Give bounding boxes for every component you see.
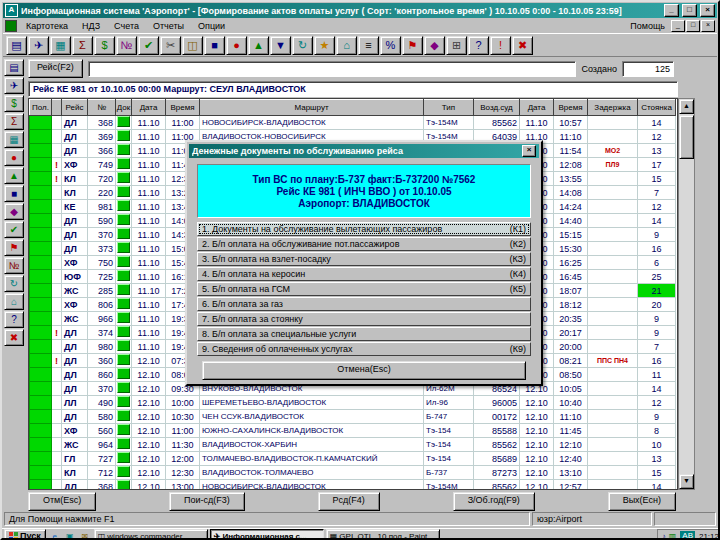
mdi-minimize-button[interactable]: _ bbox=[671, 20, 685, 32]
toolbar-button-down-icon[interactable]: ▼ bbox=[270, 36, 291, 55]
column-header[interactable]: Время bbox=[554, 100, 588, 116]
table-scrollbar[interactable]: ▲ ▼ bbox=[678, 98, 695, 490]
doc-button[interactable] bbox=[117, 270, 130, 281]
flight-search-input[interactable] bbox=[88, 61, 577, 77]
task-button-2[interactable]: ✈Информационная с... bbox=[210, 529, 324, 540]
toolbar-button-home-icon[interactable]: ⌂ bbox=[336, 36, 357, 55]
toolbar-button-number-icon[interactable]: № bbox=[4, 257, 24, 274]
toolbar-button-record-icon[interactable]: ● bbox=[226, 36, 247, 55]
quick-launch-ie-icon[interactable]: e bbox=[48, 530, 62, 540]
toolbar-button-home-icon[interactable]: ⌂ bbox=[4, 293, 24, 310]
doc-button[interactable] bbox=[117, 452, 130, 463]
dialog-close-icon[interactable]: × bbox=[522, 145, 536, 157]
doc-button[interactable] bbox=[117, 382, 130, 393]
dialog-cancel-button[interactable]: Отмена(Esc) bbox=[202, 361, 526, 380]
toolbar-button-cardfile-icon[interactable]: ▤ bbox=[6, 36, 27, 55]
doc-button[interactable] bbox=[117, 410, 130, 421]
menu-item-help[interactable]: Помощь bbox=[624, 21, 671, 31]
toolbar-button-diamond-icon[interactable]: ◆ bbox=[4, 203, 24, 220]
doc-button[interactable] bbox=[117, 284, 130, 295]
toolbar-button-up-icon[interactable]: ▲ bbox=[4, 167, 24, 184]
doc-button[interactable] bbox=[117, 242, 130, 253]
dialog-item-5[interactable]: 5. Б/п оплата на ГСМ(К5) bbox=[197, 282, 531, 296]
column-header[interactable]: Пол. bbox=[30, 100, 52, 116]
flight-row[interactable]: ДЛ36812.1013:00НОВОСИБИРСК-ВЛАДИВОСТОКТэ… bbox=[30, 480, 676, 491]
scroll-up-icon[interactable]: ▲ bbox=[679, 99, 694, 114]
toolbar-button-money-icon[interactable]: $ bbox=[94, 36, 115, 55]
quick-launch-mail-icon[interactable]: ✉ bbox=[78, 530, 92, 540]
column-header[interactable]: Тип bbox=[424, 100, 474, 116]
toolbar-button-sum-icon[interactable]: Σ bbox=[4, 113, 24, 130]
toolbar-button-schedule-icon[interactable]: ▦ bbox=[50, 36, 71, 55]
toolbar-button-cut-icon[interactable]: ✂ bbox=[160, 36, 181, 55]
toolbar-button-cardfile-icon[interactable]: ▤ bbox=[4, 59, 24, 76]
toolbar-button-exit-icon[interactable]: ✖ bbox=[512, 36, 533, 55]
column-header[interactable]: Стоянка bbox=[638, 100, 676, 116]
maximize-button[interactable]: □ bbox=[682, 4, 697, 17]
column-header[interactable] bbox=[52, 100, 62, 116]
flight-button[interactable]: Рейс(F2) bbox=[28, 59, 83, 78]
column-header[interactable]: Дата bbox=[132, 100, 166, 116]
doc-button[interactable] bbox=[117, 214, 130, 225]
language-indicator[interactable]: АВ bbox=[680, 531, 695, 540]
flight-row[interactable]: ДЛ36811.1011:00НОВОСИБИРСК-ВЛАДИВОСТОКТэ… bbox=[30, 116, 676, 130]
flight-row[interactable]: ГЛ72712.1012:00ТОЛМАЧЕВО-ВЛАДИВОСТОК-П.К… bbox=[30, 452, 676, 466]
minimize-button[interactable]: _ bbox=[664, 4, 679, 17]
menu-item-5[interactable]: Опции bbox=[191, 21, 232, 31]
doc-button[interactable] bbox=[117, 116, 130, 127]
start-button[interactable]: Пуск bbox=[4, 529, 46, 540]
toolbar-button-refresh-icon[interactable]: ↻ bbox=[292, 36, 313, 55]
menu-item-1[interactable]: Картотека bbox=[19, 21, 75, 31]
doc-button[interactable] bbox=[117, 340, 130, 351]
toolbar-button-number-icon[interactable]: № bbox=[116, 36, 137, 55]
doc-button[interactable] bbox=[117, 144, 130, 155]
toolbar-button-grid-icon[interactable]: ▦ bbox=[4, 131, 24, 148]
mdi-close-button[interactable]: × bbox=[701, 20, 715, 32]
doc-button[interactable] bbox=[117, 326, 130, 337]
dialog-item-8[interactable]: 8. Б/п оплата за специальные услуги bbox=[197, 327, 531, 341]
doc-button[interactable] bbox=[117, 228, 130, 239]
doc-button[interactable] bbox=[117, 312, 130, 323]
flight-row[interactable]: КЛ71212.1012:30ВЛАДИВОСТОК-ТОЛМАЧЕВОБ-73… bbox=[30, 466, 676, 480]
close-button[interactable]: × bbox=[700, 4, 715, 17]
column-header[interactable]: Задержка bbox=[588, 100, 638, 116]
bottom-button-3[interactable]: Рсд(F4) bbox=[318, 492, 380, 511]
toolbar-button-diamond-icon[interactable]: ◆ bbox=[424, 36, 445, 55]
dialog-item-3[interactable]: 3. Б/п оплата на взлет-посадку(КЗ) bbox=[197, 252, 531, 266]
doc-button[interactable] bbox=[117, 256, 130, 267]
dialog-item-4[interactable]: 4. Б/п оплата на керосин(К4) bbox=[197, 267, 531, 281]
bottom-button-5[interactable]: Вых(Есн) bbox=[608, 492, 676, 511]
column-header[interactable]: Док bbox=[116, 100, 132, 116]
doc-button[interactable] bbox=[117, 424, 130, 435]
doc-button[interactable] bbox=[117, 200, 130, 211]
network-icon[interactable]: ▥ bbox=[669, 532, 677, 540]
bottom-button-2[interactable]: Пои-сд(F3) bbox=[169, 492, 245, 511]
toolbar-button-refresh-icon[interactable]: ↻ bbox=[4, 275, 24, 292]
scroll-down-icon[interactable]: ▼ bbox=[679, 474, 694, 489]
toolbar-button-check-icon[interactable]: ✔ bbox=[138, 36, 159, 55]
column-header[interactable]: Возд.суд bbox=[474, 100, 520, 116]
column-header[interactable]: Время bbox=[166, 100, 200, 116]
toolbar-button-sum-icon[interactable]: Σ bbox=[72, 36, 93, 55]
mdi-restore-button[interactable]: □ bbox=[686, 20, 700, 32]
toolbar-button-star-icon[interactable]: ★ bbox=[314, 36, 335, 55]
dialog-item-9[interactable]: 9. Сведения об оплаченных услугах(К9) bbox=[197, 342, 531, 356]
doc-button[interactable] bbox=[117, 158, 130, 169]
doc-button[interactable] bbox=[117, 396, 130, 407]
toolbar-button-up-icon[interactable]: ▲ bbox=[248, 36, 269, 55]
bottom-button-4[interactable]: З/Об.год(F9) bbox=[453, 492, 535, 511]
doc-button[interactable] bbox=[117, 298, 130, 309]
column-header[interactable]: Маршрут bbox=[200, 100, 424, 116]
flight-row[interactable]: ЖС96412.1011:30ВЛАДИВОСТОК-ХАРБИНТэ-1548… bbox=[30, 438, 676, 452]
quick-launch-desktop-icon[interactable]: ▣ bbox=[63, 530, 77, 540]
toolbar-button-money-icon[interactable]: $ bbox=[4, 95, 24, 112]
toolbar-button-flight-icon[interactable]: ✈ bbox=[28, 36, 49, 55]
doc-button[interactable] bbox=[117, 480, 130, 490]
toolbar-button-save-icon[interactable]: ■ bbox=[204, 36, 225, 55]
doc-button[interactable] bbox=[117, 172, 130, 183]
menu-item-4[interactable]: Отчеты bbox=[146, 21, 191, 31]
column-header[interactable]: Рейс bbox=[62, 100, 88, 116]
bottom-button-1[interactable]: Отм(Esc) bbox=[28, 492, 96, 511]
toolbar-button-flag-icon[interactable]: ⚑ bbox=[4, 239, 24, 256]
column-header[interactable]: Дата bbox=[520, 100, 554, 116]
